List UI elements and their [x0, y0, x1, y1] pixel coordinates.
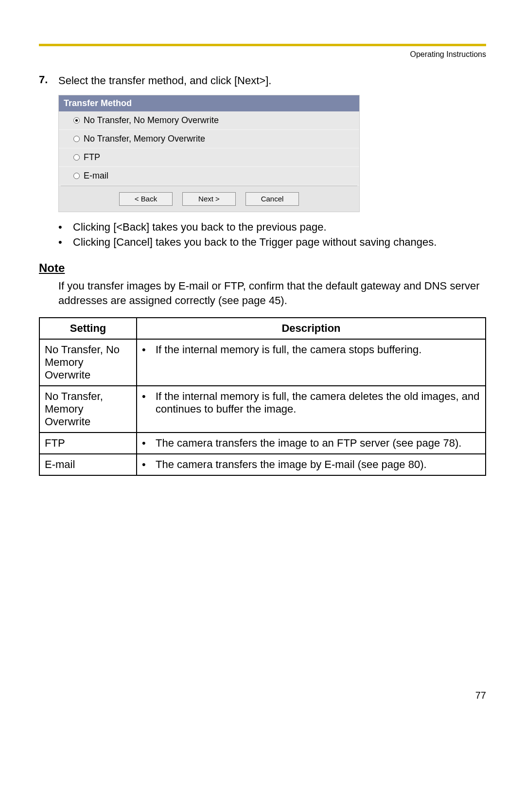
description-text: The camera transfers the image by E-mail… [156, 458, 427, 471]
step-row: 7. Select the transfer method, and click… [39, 73, 486, 88]
radio-option-2[interactable]: FTP [59, 148, 359, 167]
list-item: • Clicking [Cancel] takes you back to th… [58, 235, 486, 250]
radio-icon [73, 117, 80, 124]
table-header-setting: Setting [39, 318, 137, 339]
dialog-button-row: < Back Next > Cancel [59, 186, 359, 212]
header-divider [39, 44, 486, 46]
cancel-button[interactable]: Cancel [245, 192, 299, 206]
radio-option-0[interactable]: No Transfer, No Memory Overwrite [59, 111, 359, 130]
list-item: • Clicking [<Back] takes you back to the… [58, 220, 486, 235]
table-header-description: Description [137, 318, 486, 339]
radio-icon [73, 154, 80, 161]
description-cell: •If the internal memory is full, the cam… [137, 339, 486, 386]
description-text: The camera transfers the image to an FTP… [156, 437, 461, 450]
header-title: Operating Instructions [39, 50, 486, 59]
table-row: E-mail •The camera transfers the image b… [39, 454, 486, 475]
note-body: If you transfer images by E-mail or FTP,… [58, 279, 486, 307]
description-cell: •The camera transfers the image to an FT… [137, 433, 486, 454]
setting-cell: No Transfer, No Memory Overwrite [39, 339, 137, 386]
setting-cell: No Transfer, Memory Overwrite [39, 386, 137, 433]
document-page: Operating Instructions 7. Select the tra… [0, 0, 525, 730]
settings-table: Setting Description No Transfer, No Memo… [39, 317, 486, 476]
dialog-title: Transfer Method [59, 95, 359, 111]
step-number: 7. [39, 73, 58, 88]
table-row: No Transfer, Memory Overwrite •If the in… [39, 386, 486, 433]
post-dialog-bullets: • Clicking [<Back] takes you back to the… [58, 220, 486, 250]
next-button[interactable]: Next > [182, 192, 236, 206]
table-row: FTP •The camera transfers the image to a… [39, 433, 486, 454]
radio-icon [73, 136, 80, 142]
note-heading: Note [39, 261, 486, 275]
radio-label: No Transfer, Memory Overwrite [84, 134, 205, 144]
radio-label: FTP [84, 152, 100, 162]
radio-label: No Transfer, No Memory Overwrite [84, 115, 219, 126]
page-number: 77 [39, 690, 486, 701]
radio-icon [73, 173, 80, 179]
setting-cell: FTP [39, 433, 137, 454]
bullet-icon: • [58, 220, 73, 235]
step-text: Select the transfer method, and click [N… [58, 73, 271, 88]
bullet-icon: • [142, 343, 156, 356]
radio-option-1[interactable]: No Transfer, Memory Overwrite [59, 130, 359, 148]
setting-cell: E-mail [39, 454, 137, 475]
bullet-icon: • [142, 390, 156, 415]
bullet-icon: • [142, 437, 156, 450]
description-cell: •The camera transfers the image by E-mai… [137, 454, 486, 475]
radio-label: E-mail [84, 171, 108, 181]
description-text: If the internal memory is full, the came… [156, 343, 421, 356]
table-row: No Transfer, No Memory Overwrite •If the… [39, 339, 486, 386]
back-button[interactable]: < Back [119, 192, 173, 206]
bullet-icon: • [58, 235, 73, 250]
description-cell: •If the internal memory is full, the cam… [137, 386, 486, 433]
bullet-text: Clicking [Cancel] takes you back to the … [73, 235, 437, 250]
transfer-method-dialog: Transfer Method No Transfer, No Memory O… [58, 95, 360, 212]
radio-option-3[interactable]: E-mail [59, 167, 359, 185]
bullet-text: Clicking [<Back] takes you back to the p… [73, 220, 327, 235]
description-text: If the internal memory is full, the came… [156, 390, 480, 415]
bullet-icon: • [142, 458, 156, 471]
